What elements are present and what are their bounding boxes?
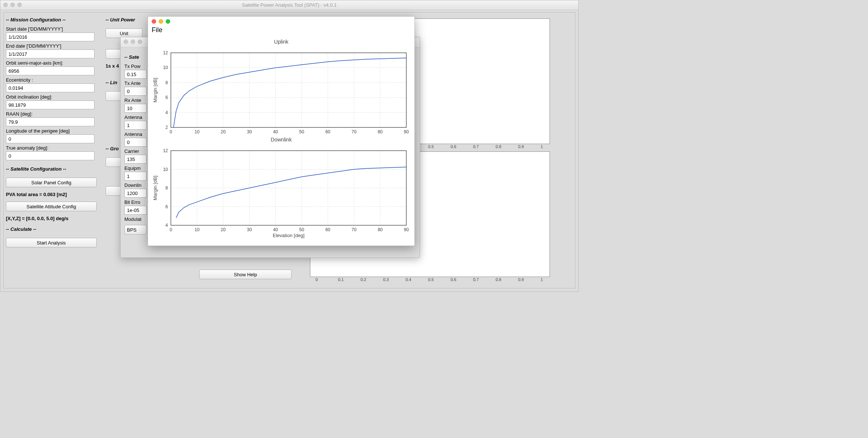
- svg-text:Margin [dB]: Margin [dB]: [152, 176, 158, 200]
- minimize-icon[interactable]: [10, 3, 15, 7]
- anomaly-input[interactable]: [6, 151, 94, 160]
- start-date-input[interactable]: [6, 32, 94, 41]
- svg-text:70: 70: [352, 129, 357, 134]
- svg-text:4: 4: [165, 223, 168, 228]
- xyz-text: [X,Y,Z] = [0.0, 0.0, 5.0] deg/s: [6, 216, 101, 221]
- txpow-input[interactable]: [124, 70, 147, 79]
- svg-text:90: 90: [404, 227, 409, 232]
- calculate-section-title: -- Calculate --: [6, 226, 101, 232]
- pva-area-text: PVA total area = 0.063 [m2]: [6, 192, 101, 197]
- sma-input[interactable]: [6, 66, 94, 75]
- mission-section-title: -- Mission Configuration --: [6, 17, 101, 23]
- chart-close-icon[interactable]: [152, 19, 156, 24]
- svg-text:Elevation [deg]: Elevation [deg]: [273, 233, 304, 238]
- svg-text:8: 8: [165, 185, 168, 191]
- svg-text:12: 12: [163, 148, 168, 153]
- ant1-input[interactable]: [124, 121, 147, 130]
- svg-text:50: 50: [299, 129, 304, 134]
- svg-text:40: 40: [273, 227, 278, 232]
- svg-rect-16: [171, 53, 406, 127]
- file-menu[interactable]: File: [148, 25, 414, 36]
- chart-titlebar: [148, 17, 414, 25]
- chart-body: Uplink010203040506070809024681012Margin …: [152, 39, 411, 242]
- mission-config-panel: -- Mission Configuration -- Start date […: [4, 15, 103, 286]
- ber-input[interactable]: [124, 206, 147, 215]
- maximize-icon[interactable]: [17, 3, 22, 7]
- svg-text:80: 80: [378, 129, 383, 134]
- svg-text:2: 2: [165, 125, 168, 130]
- end-date-label: End date ['DD/MM/YYYY']: [6, 43, 101, 49]
- svg-text:10: 10: [194, 227, 200, 232]
- end-date-input[interactable]: [6, 49, 94, 58]
- perigee-label: Longitude of the perigee [deg]: [6, 128, 101, 134]
- start-date-label: Start date ['DD/MM/YYYY']: [6, 26, 101, 32]
- modulation-select[interactable]: BPS: [124, 225, 147, 235]
- attitude-config-button[interactable]: Satellite Attitude Config: [6, 202, 97, 211]
- svg-text:6: 6: [165, 95, 168, 100]
- ecc-input[interactable]: [6, 83, 94, 92]
- inc-label: Orbit inclination [deg]:: [6, 94, 101, 100]
- solar-panel-config-button[interactable]: Solar Panel Config: [6, 178, 97, 187]
- anomaly-label: True anomaly [deg]:: [6, 145, 101, 151]
- svg-text:60: 60: [326, 129, 331, 134]
- sma-label: Orbit semi-major-axis [km]:: [6, 60, 101, 66]
- chart-window: File Uplink010203040506070809024681012Ma…: [148, 16, 415, 246]
- ant2-input[interactable]: [124, 138, 147, 147]
- svg-text:0: 0: [170, 227, 172, 232]
- chart-window-controls: [152, 19, 170, 24]
- inc-input[interactable]: [6, 100, 94, 109]
- svg-text:10: 10: [194, 129, 200, 134]
- svg-text:80: 80: [378, 227, 383, 232]
- svg-text:10: 10: [163, 65, 168, 70]
- start-analysis-button[interactable]: Start Analysis: [6, 238, 97, 247]
- svg-text:10: 10: [163, 167, 168, 172]
- svg-text:Margin [dB]: Margin [dB]: [152, 78, 158, 102]
- svg-text:90: 90: [404, 129, 409, 134]
- main-titlebar: Satellite Power Analysis Tool (SPAT) - v…: [0, 0, 578, 10]
- sub-window-controls: [124, 40, 142, 44]
- carrier-input[interactable]: [124, 155, 147, 164]
- svg-text:20: 20: [221, 129, 226, 134]
- window-controls: [3, 3, 22, 7]
- chart-maximize-icon[interactable]: [166, 19, 170, 24]
- svg-text:20: 20: [221, 227, 226, 232]
- uplink-chart: Uplink010203040506070809024681012Margin …: [152, 39, 411, 137]
- svg-text:50: 50: [299, 227, 304, 232]
- show-help-button[interactable]: Show Help: [199, 270, 292, 279]
- svg-text:70: 70: [352, 227, 357, 232]
- satcfg-section-title: -- Satellite Configuration --: [6, 166, 101, 172]
- raan-input[interactable]: [6, 117, 94, 126]
- sub-maximize-icon[interactable]: [138, 40, 142, 44]
- close-icon[interactable]: [3, 3, 8, 7]
- equip-input[interactable]: [124, 172, 147, 181]
- svg-text:0: 0: [170, 129, 172, 134]
- txant-input[interactable]: [124, 87, 147, 96]
- sub-minimize-icon[interactable]: [131, 40, 135, 44]
- svg-text:60: 60: [326, 227, 331, 232]
- svg-text:30: 30: [247, 227, 252, 232]
- raan-label: RAAN [deg]:: [6, 111, 101, 117]
- svg-text:30: 30: [247, 129, 252, 134]
- ecc-label: Eccentricity :: [6, 77, 101, 83]
- svg-text:8: 8: [165, 80, 168, 85]
- svg-text:40: 40: [273, 129, 278, 134]
- downlink-chart: Downlink01020304050607080904681012Margin…: [152, 137, 411, 235]
- sub-close-icon[interactable]: [124, 40, 128, 44]
- perigee-input[interactable]: [6, 134, 94, 143]
- chart-minimize-icon[interactable]: [159, 19, 163, 24]
- app-title: Satellite Power Analysis Tool (SPAT) - v…: [242, 2, 337, 8]
- svg-text:12: 12: [163, 50, 168, 55]
- rxant-input[interactable]: [124, 104, 147, 113]
- down-input[interactable]: [124, 189, 147, 198]
- svg-text:4: 4: [165, 110, 168, 115]
- svg-text:6: 6: [165, 204, 168, 209]
